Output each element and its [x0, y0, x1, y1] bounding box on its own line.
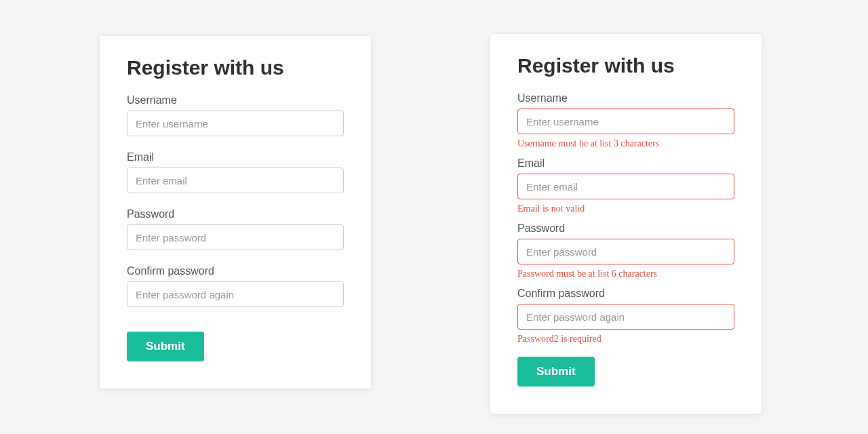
password-error: Password must be at list 6 characters [517, 269, 734, 279]
field-group-password: Password [127, 208, 344, 250]
field-group-confirm: Confirm password Password2 is required [517, 288, 734, 344]
password-input[interactable] [127, 224, 344, 250]
email-input[interactable] [127, 167, 344, 193]
submit-button[interactable]: Submit [127, 332, 204, 361]
field-group-password: Password Password must be at list 6 char… [517, 222, 734, 279]
password-input[interactable] [517, 239, 734, 264]
password-label: Password [127, 208, 344, 220]
username-input[interactable] [517, 108, 734, 134]
form-title: Register with us [127, 56, 344, 79]
password-label: Password [517, 222, 734, 235]
field-group-confirm: Confirm password [127, 265, 344, 307]
username-label: Username [127, 94, 344, 106]
email-label: Email [517, 157, 734, 170]
confirm-label: Confirm password [517, 288, 734, 300]
confirm-input[interactable] [517, 304, 734, 330]
form-title: Register with us [517, 54, 734, 77]
field-group-username: Username [127, 94, 344, 136]
field-group-email: Email [127, 151, 344, 193]
username-input[interactable] [127, 111, 344, 136]
username-error: Username must be at list 3 characters [517, 138, 734, 149]
field-group-username: Username Username must be at list 3 char… [517, 92, 734, 149]
confirm-error: Password2 is required [517, 334, 734, 344]
confirm-input[interactable] [127, 281, 344, 307]
email-label: Email [127, 151, 344, 163]
email-input[interactable] [517, 174, 734, 199]
submit-button[interactable]: Submit [517, 357, 595, 387]
username-label: Username [517, 92, 734, 104]
register-card-error: Register with us Username Username must … [490, 34, 762, 414]
register-card-clean: Register with us Username Email Password… [100, 36, 371, 389]
email-error: Email is not valid [517, 203, 734, 214]
confirm-label: Confirm password [127, 265, 344, 277]
field-group-email: Email Email is not valid [517, 157, 734, 214]
